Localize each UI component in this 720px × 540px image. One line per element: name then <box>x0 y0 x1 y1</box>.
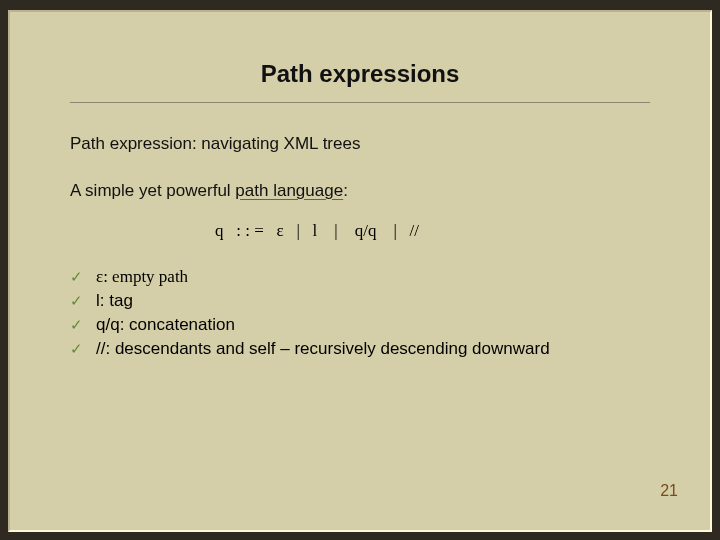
lang-line-suffix: : <box>343 181 348 200</box>
bullet-text: l: tag <box>96 291 133 311</box>
page-number: 21 <box>660 482 678 500</box>
bullet-text: q/q: concatenation <box>96 315 235 335</box>
grammar-line: q : : = ε | l | q/q | // <box>70 221 650 241</box>
title-rule <box>70 102 650 103</box>
lang-line-prefix: A simple yet powerful <box>70 181 235 200</box>
slide-frame: Path expressions Path expression: naviga… <box>0 0 720 540</box>
list-item: ✓ ε: empty path <box>70 267 650 287</box>
lang-line: A simple yet powerful path language: <box>70 180 650 203</box>
list-item: ✓ l: tag <box>70 291 650 311</box>
check-icon: ✓ <box>70 340 84 358</box>
check-icon: ✓ <box>70 268 84 286</box>
intro-line: Path expression: navigating XML trees <box>70 133 650 156</box>
check-icon: ✓ <box>70 316 84 334</box>
lang-line-underlined: path language <box>235 181 343 200</box>
bullet-list: ✓ ε: empty path ✓ l: tag ✓ q/q: concaten… <box>70 267 650 359</box>
slide-title: Path expressions <box>70 60 650 88</box>
bullet-text: //: descendants and self – recursively d… <box>96 339 550 359</box>
bullet-text: ε: empty path <box>96 267 188 287</box>
list-item: ✓ q/q: concatenation <box>70 315 650 335</box>
list-item: ✓ //: descendants and self – recursively… <box>70 339 650 359</box>
slide: Path expressions Path expression: naviga… <box>8 10 712 532</box>
check-icon: ✓ <box>70 292 84 310</box>
